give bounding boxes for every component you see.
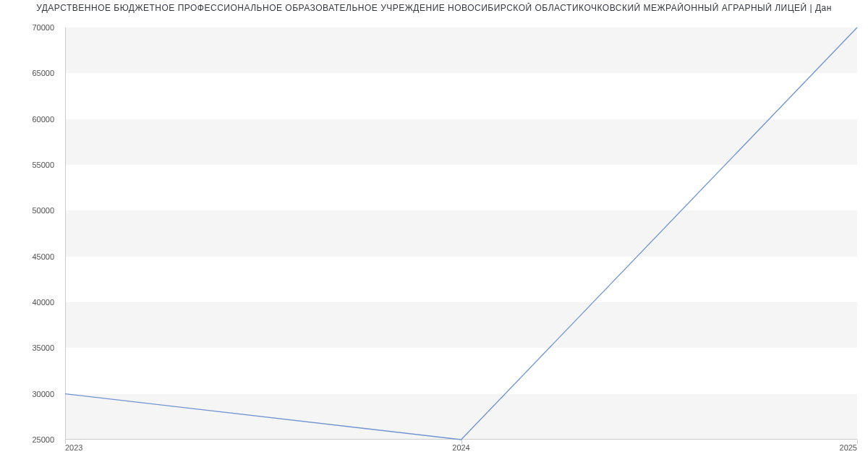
- x-tick-label: 2024: [452, 443, 469, 452]
- x-tick-label: 2023: [65, 443, 82, 452]
- y-tick-label: 65000: [32, 69, 54, 77]
- y-tick-label: 40000: [32, 298, 54, 307]
- series-line: [65, 27, 857, 440]
- line-series: [65, 27, 857, 440]
- y-tick-label: 35000: [32, 343, 54, 352]
- y-tick-label: 45000: [32, 252, 54, 261]
- y-tick-label: 55000: [32, 161, 54, 169]
- chart-area: 2500030000350004000045000500005500060000…: [65, 27, 857, 440]
- chart-title: УДАРСТВЕННОЕ БЮДЖЕТНОЕ ПРОФЕССИОНАЛЬНОЕ …: [0, 3, 868, 13]
- y-tick-label: 60000: [32, 115, 54, 124]
- y-tick-label: 30000: [32, 390, 54, 398]
- y-tick-label: 70000: [32, 23, 54, 32]
- y-tick-label: 25000: [32, 435, 54, 444]
- y-tick-label: 50000: [32, 206, 54, 215]
- x-tick: [857, 440, 858, 444]
- x-tick-label: 2025: [840, 443, 857, 452]
- plot-area: [65, 27, 857, 440]
